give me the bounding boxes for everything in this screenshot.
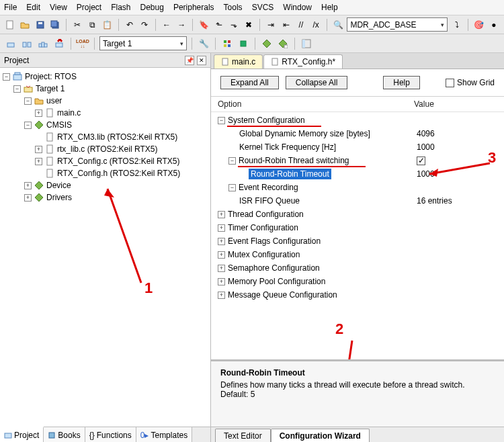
batch-build-icon[interactable] [36,37,50,50]
find-combo[interactable]: MDR_ADC_BASE ▾ [347,17,448,32]
stop-build-icon[interactable]: ✖ [52,37,66,50]
tab-config-wizard[interactable]: Configuration Wizard [271,429,370,442]
tree-cmsis-folder[interactable]: − CMSIS [1,119,209,131]
nav-back-icon[interactable]: ← [161,18,173,32]
expander-icon[interactable]: − [13,85,21,93]
cfg-message-queue[interactable]: + Message Queue Configuration [218,288,497,302]
menu-project[interactable]: Project [77,3,101,12]
expander-icon[interactable]: + [218,238,225,245]
debug-icon[interactable]: 🎯 [473,18,485,32]
cfg-semaphore[interactable]: + Semaphore Configuration [218,261,497,275]
indent-icon[interactable]: ⇥ [265,18,277,32]
expander-icon[interactable]: − [24,122,32,129]
nav-fwd-icon[interactable]: → [175,18,187,32]
expander-icon[interactable]: − [3,73,10,81]
tab-books[interactable]: Books [44,427,85,442]
cfg-round-robin-timeout[interactable]: Round-Robin Timeout 1000 [218,167,497,181]
expander-icon[interactable]: − [228,184,236,191]
help-button[interactable]: Help [383,76,420,89]
pack-icon[interactable] [237,37,250,50]
panel-pin-icon[interactable]: 📌 [185,56,194,65]
tree-device-folder[interactable]: + Device [1,179,209,191]
new-file-icon[interactable] [4,18,16,32]
expander-icon[interactable]: + [218,211,225,218]
tab-project[interactable]: Project [0,427,44,442]
tab-text-editor[interactable]: Text Editor [215,429,271,442]
menu-view[interactable]: View [50,3,67,12]
bookmark-icon[interactable]: 🔖 [198,18,210,32]
cfg-isr-fifo-value[interactable]: 16 entries [417,196,497,206]
rte-diamond2-icon[interactable] [276,37,290,50]
expander-icon[interactable]: + [24,194,32,202]
menu-window[interactable]: Window [283,3,312,12]
cfg-global-memory-value[interactable]: 4096 [417,129,497,138]
cfg-thread[interactable]: + Thread Configuration [218,208,497,221]
manage-rte-icon[interactable] [220,37,234,50]
cfg-round-robin-value[interactable]: ✓ [417,156,497,165]
tree-user-folder[interactable]: − user [1,95,209,107]
cfg-event-flags[interactable]: + Event Flags Configuration [218,234,497,248]
expander-icon[interactable]: + [218,224,225,232]
build-icon[interactable] [4,37,17,50]
menu-svcs[interactable]: SVCS [252,3,274,12]
target-combo[interactable]: Target 1 ▾ [99,36,187,50]
cfg-kernel-tick[interactable]: Kernel Tick Frequency [Hz] 1000 [218,140,497,154]
tree-rtx-lib[interactable]: + rtx_lib.c (RTOS2:Keil RTX5) [1,143,209,155]
redo-icon[interactable]: ↷ [138,18,151,32]
expander-icon[interactable]: − [228,157,236,165]
cfg-global-memory[interactable]: Global Dynamic Memory size [bytes] 4096 [218,127,497,140]
find-icon[interactable]: 🔍 [332,18,344,32]
bookmark-prev-icon[interactable]: ⬑ [213,18,225,32]
expander-icon[interactable]: + [218,292,225,299]
breakpoint-icon[interactable]: ● [488,18,500,32]
expander-icon[interactable]: + [218,265,225,272]
expander-icon[interactable]: + [24,182,32,189]
panel-close-icon[interactable]: ✕ [197,56,206,65]
cfg-timer[interactable]: + Timer Configuration [218,221,497,234]
tree-rtx-cm3[interactable]: RTX_CM3.lib (RTOS2:Keil RTX5) [1,131,209,143]
file-tab-rtx-config[interactable]: RTX_Config.h* [263,54,343,69]
tree-drivers-folder[interactable]: + Drivers [1,191,209,204]
cut-icon[interactable]: ✂ [71,18,83,32]
bookmark-clear-icon[interactable]: ✖ [243,18,255,32]
bookmark-next-icon[interactable]: ⬎ [228,18,240,32]
open-file-icon[interactable] [19,18,31,32]
tree-root[interactable]: − Project: RTOS [1,71,209,83]
outdent-icon[interactable]: ⇤ [280,18,292,32]
save-all-icon[interactable] [49,18,61,32]
expander-icon[interactable]: + [35,146,42,153]
menu-tools[interactable]: Tools [224,3,243,12]
save-icon[interactable] [34,18,46,32]
cfg-event-recording[interactable]: − Event Recording [218,181,497,194]
project-window-icon[interactable] [300,37,313,50]
tree-rtx-config-h[interactable]: RTX_Config.h (RTOS2:Keil RTX5) [1,167,209,179]
expander-icon[interactable]: + [218,251,225,259]
uncomment-icon[interactable]: /x [310,18,322,32]
paste-icon[interactable]: 📋 [101,18,113,32]
find-next-icon[interactable]: ⤵ [450,18,462,32]
download-icon[interactable]: LOAD↓↓ [76,37,89,50]
project-tree[interactable]: − Project: RTOS − Target 1 − user + mai [0,68,210,427]
rebuild-icon[interactable] [20,37,34,50]
expander-icon[interactable]: − [218,117,225,124]
menu-peripherals[interactable]: Peripherals [173,3,214,12]
cfg-memory-pool[interactable]: + Memory Pool Configuration [218,275,497,288]
menu-help[interactable]: Help [321,3,338,12]
menu-flash[interactable]: Flash [111,3,130,12]
menu-file[interactable]: File [4,3,17,12]
expand-all-button[interactable]: Expand All [220,76,279,89]
expander-icon[interactable]: + [218,278,225,285]
tree-main-c[interactable]: + main.c [1,107,209,119]
tab-templates[interactable]: 0▸ Templates [136,427,192,442]
cfg-system-configuration[interactable]: − System Configuration [218,114,497,127]
tree-target[interactable]: − Target 1 [1,83,209,95]
comment-icon[interactable]: // [295,18,307,32]
copy-icon[interactable]: ⧉ [86,18,98,32]
show-grid-checkbox[interactable]: Show Grid [446,78,495,87]
expander-icon[interactable]: + [35,158,42,165]
rte-diamond-icon[interactable] [260,37,274,50]
undo-icon[interactable]: ↶ [124,18,136,32]
tab-functions[interactable]: {} Functions [85,427,136,442]
cfg-isr-fifo[interactable]: ISR FIFO Queue 16 entries [218,194,497,208]
expander-icon[interactable]: − [24,97,32,105]
